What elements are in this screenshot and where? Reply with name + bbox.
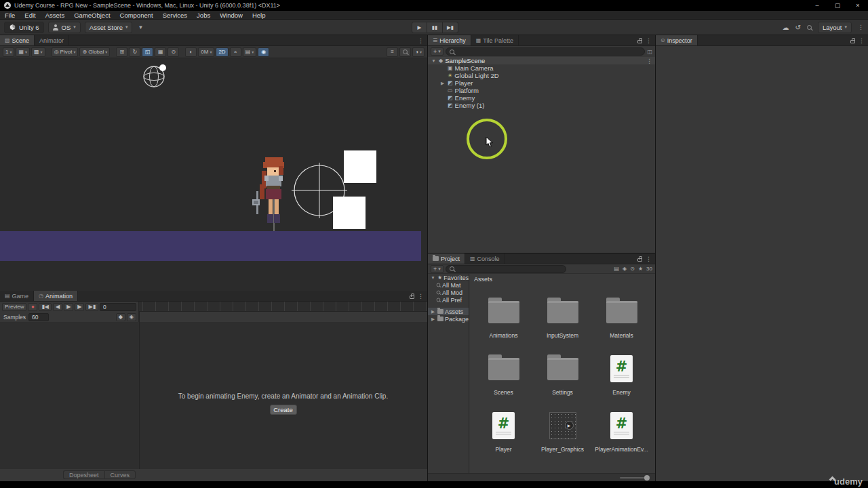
unity-version-badge[interactable]: Unity 6 xyxy=(4,22,44,33)
favorite-all-prefabs[interactable]: All Pref xyxy=(428,296,469,304)
rotate-tool-icon[interactable]: ↻ xyxy=(129,47,140,57)
asset-inputsystem[interactable]: InputSystem xyxy=(533,287,592,344)
save-search-star-icon[interactable]: ★ xyxy=(638,266,643,272)
kebab-menu-icon[interactable]: ⋮ xyxy=(646,58,652,64)
lock-icon[interactable] xyxy=(850,40,855,43)
grid-snap-dropdown[interactable]: ▩▾ xyxy=(31,47,45,57)
step-button[interactable]: ▶▮ xyxy=(443,22,458,33)
gizmos-dropdown[interactable]: ◑▾ xyxy=(412,47,425,57)
search-icon[interactable] xyxy=(807,25,812,30)
thumbnail-zoom-slider[interactable] xyxy=(620,477,648,479)
overlay-menu-icon[interactable]: ≡ xyxy=(387,47,398,57)
samples-field[interactable]: 60 xyxy=(28,313,49,321)
hierarchy-item-main-camera[interactable]: ▣ Main Camera xyxy=(428,64,655,72)
asset-enemy-script[interactable]: # Enemy xyxy=(592,344,651,401)
expand-subassets-icon[interactable]: ▶ xyxy=(565,421,574,430)
project-search-input[interactable] xyxy=(446,265,566,273)
close-button[interactable]: × xyxy=(848,0,868,11)
hierarchy-search-input[interactable] xyxy=(446,47,646,56)
pivot-dropdown[interactable]: ◎Pivot▾ xyxy=(52,47,79,57)
kebab-menu-icon[interactable]: ⋮ xyxy=(646,37,652,44)
tab-project[interactable]: Project xyxy=(428,253,465,264)
favorites-header[interactable]: ▼ ★ Favorites xyxy=(428,274,469,281)
add-keyframe-button[interactable]: ◆ xyxy=(116,313,125,321)
2d-mode-toggle[interactable]: 2D xyxy=(216,47,228,57)
next-key-button[interactable]: ▶ xyxy=(75,303,84,311)
account-dropdown[interactable]: OS ▾ xyxy=(48,22,81,33)
hierarchy-item-enemy[interactable]: ◩ Enemy xyxy=(428,94,655,102)
favorite-all-models[interactable]: All Mod xyxy=(428,289,469,296)
tab-scene[interactable]: ▧ Scene xyxy=(0,35,35,45)
search-by-type-icon[interactable]: ▤ xyxy=(614,266,620,272)
add-event-button[interactable]: ◈ xyxy=(127,313,136,321)
asset-player-graphics[interactable]: ▶ Player_Graphics xyxy=(533,401,592,458)
tab-game[interactable]: ▤ Game xyxy=(0,291,34,301)
asset-settings[interactable]: Settings xyxy=(533,344,592,401)
hierarchy-item-global-light[interactable]: ☀ Global Light 2D xyxy=(428,72,655,79)
last-key-button[interactable]: ▶▮ xyxy=(85,303,98,311)
move-tool-icon[interactable]: ⊞ xyxy=(116,47,127,57)
hierarchy-scene-row[interactable]: ▼ ◆ SampleScene ⋮ xyxy=(428,57,655,64)
undo-history-icon[interactable]: ↺ xyxy=(795,24,801,31)
layout-dropdown[interactable]: Layout ▾ xyxy=(818,22,852,33)
column-divider[interactable] xyxy=(139,312,140,469)
hierarchy-item-player[interactable]: ▶ ◩ Player xyxy=(428,79,655,87)
scene-visibility-toggle[interactable]: ◉ xyxy=(258,47,269,57)
tree-assets-folder[interactable]: ▶ Assets xyxy=(428,308,469,315)
foldout-closed-icon[interactable]: ▶ xyxy=(430,309,436,314)
grid-size-dropdown[interactable]: 1▾ xyxy=(3,47,14,57)
menu-component[interactable]: Component xyxy=(115,12,158,19)
scene-viewport[interactable] xyxy=(0,58,427,291)
asset-playeranimationevents-script[interactable]: # PlayerAnimationEv... xyxy=(592,401,651,458)
global-dropdown[interactable]: ⊕Global▾ xyxy=(79,47,110,57)
camera-speed-dropdown[interactable]: 0M▾ xyxy=(198,47,214,57)
asset-materials[interactable]: Materials xyxy=(592,287,651,344)
tab-animator[interactable]: Animator xyxy=(35,35,69,45)
foldout-open-icon[interactable]: ▼ xyxy=(430,275,436,280)
kebab-menu-icon[interactable]: ⋮ xyxy=(418,293,424,300)
camera-settings-icon[interactable]: ◐ xyxy=(185,47,197,57)
tab-tile-palette[interactable]: ▦ Tile Palette xyxy=(471,35,519,45)
menu-window[interactable]: Window xyxy=(215,12,248,19)
minimize-button[interactable]: – xyxy=(807,0,827,11)
menu-file[interactable]: File xyxy=(0,12,20,19)
transform-tool-icon[interactable]: ▦ xyxy=(155,47,166,57)
tree-packages-folder[interactable]: ▶ Packages xyxy=(428,315,469,323)
kebab-menu-icon[interactable]: ⋮ xyxy=(418,37,424,44)
tab-inspector[interactable]: ⊙ Inspector xyxy=(656,35,698,45)
kebab-menu-icon[interactable]: ⋮ xyxy=(646,256,652,262)
timeline-ruler[interactable] xyxy=(139,302,427,312)
create-button[interactable]: Create xyxy=(270,405,297,415)
asset-scenes[interactable]: Scenes xyxy=(474,344,533,401)
filter-funnel-icon[interactable]: ▼ xyxy=(138,24,143,30)
menu-jobs[interactable]: Jobs xyxy=(192,12,215,19)
grid-visibility-dropdown[interactable]: ▦▾ xyxy=(16,47,30,57)
menu-edit[interactable]: Edit xyxy=(20,12,40,19)
hierarchy-options-icon[interactable]: ◫ xyxy=(647,49,652,55)
hierarchy-item-platform[interactable]: ▭ Platform xyxy=(428,87,655,94)
maximize-button[interactable]: ▢ xyxy=(827,0,848,11)
curves-button[interactable]: Curves xyxy=(104,470,136,479)
menu-assets[interactable]: Assets xyxy=(41,12,70,19)
pause-button[interactable]: ▮▮ xyxy=(427,22,443,33)
tab-console[interactable]: ▥ Console xyxy=(465,253,505,264)
kebab-menu-icon[interactable]: ⋮ xyxy=(858,24,864,30)
preview-toggle[interactable]: Preview xyxy=(2,303,26,311)
menu-help[interactable]: Help xyxy=(248,12,271,19)
menu-gameobject[interactable]: GameObject xyxy=(69,12,115,19)
foldout-open-icon[interactable]: ▼ xyxy=(431,58,437,63)
search-info-icon[interactable]: ⊙ xyxy=(630,266,635,272)
effects-dropdown[interactable]: ▤▾ xyxy=(243,47,257,57)
lock-icon[interactable] xyxy=(410,296,414,299)
lock-icon[interactable] xyxy=(637,258,642,262)
first-key-button[interactable]: ▮◀ xyxy=(39,303,52,311)
tab-animation[interactable]: ◷ Animation xyxy=(34,291,78,301)
create-object-dropdown[interactable]: +▾ xyxy=(431,47,443,56)
tab-hierarchy[interactable]: ☰ Hierarchy xyxy=(428,35,471,45)
scene-search-icon[interactable] xyxy=(399,47,411,57)
favorite-all-materials[interactable]: All Mat xyxy=(428,281,469,289)
foldout-closed-icon[interactable]: ▶ xyxy=(439,81,446,86)
audio-mute-icon[interactable]: × xyxy=(230,47,241,57)
asset-store-dropdown[interactable]: Asset Store ▾ xyxy=(85,22,133,33)
foldout-closed-icon[interactable]: ▶ xyxy=(430,317,436,322)
